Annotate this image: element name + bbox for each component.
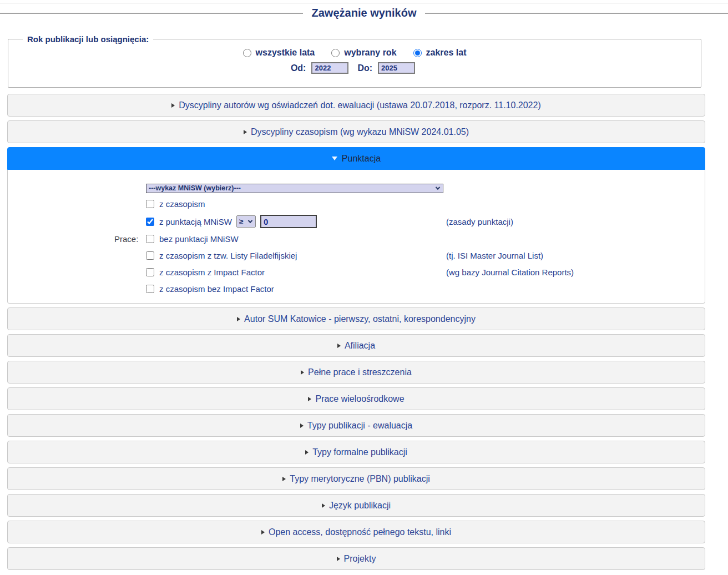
section-label: Dyscypliny autorów wg oświadczeń dot. ew… xyxy=(179,100,541,110)
chevron-right-icon xyxy=(237,317,240,321)
chevron-right-icon xyxy=(261,530,265,534)
z-impact-factor-label[interactable]: z czasopism z Impact Factor xyxy=(159,268,265,277)
section-pelne-prace[interactable]: Pełne prace i streszczenia xyxy=(7,361,705,384)
section-punktacja[interactable]: Punktacja xyxy=(7,147,705,170)
radio-year-range-label[interactable]: zakres lat xyxy=(426,48,467,58)
wykaz-mnisw-select[interactable]: ---wykaz MNiSW (wybierz)--- xyxy=(146,184,443,193)
section-label: Open access, dostępność pełnego tekstu, … xyxy=(269,527,451,537)
section-dyscypliny-czasopism[interactable]: Dyscypliny czasopism (wg wykazu MNiSW 20… xyxy=(7,120,705,143)
top-divider xyxy=(0,3,728,3)
section-dyscypliny-autorow[interactable]: Dyscypliny autorów wg oświadczeń dot. ew… xyxy=(7,94,705,117)
section-afiliacja[interactable]: Afiliacja xyxy=(7,334,705,357)
section-label: Afiliacja xyxy=(345,341,375,351)
title-rule-left xyxy=(0,13,303,14)
lista-filadelfijska-checkbox[interactable] xyxy=(146,251,154,260)
year-range-inputs: Od: Do: xyxy=(14,62,695,74)
radio-selected-year[interactable]: wybrany rok xyxy=(331,48,396,58)
bez-impact-factor-checkbox[interactable] xyxy=(146,285,154,293)
title-rule-right xyxy=(425,13,728,14)
checkbox-row-z-impact-factor: z czasopism z Impact Factor (wg bazy Jou… xyxy=(146,266,705,278)
radio-selected-year-label[interactable]: wybrany rok xyxy=(344,48,396,58)
chevron-right-icon xyxy=(300,423,304,428)
chevron-right-icon xyxy=(244,130,247,134)
points-value-input[interactable] xyxy=(260,215,317,228)
chevron-right-icon xyxy=(301,370,304,375)
lista-filadelfijska-label[interactable]: z czasopism z tzw. Listy Filadelfijskiej xyxy=(159,251,297,260)
chevron-right-icon xyxy=(322,503,325,508)
checkbox-row-lista-filadelfijska: z czasopism z tzw. Listy Filadelfijskiej… xyxy=(146,250,705,261)
chevron-down-icon xyxy=(332,157,337,160)
radio-year-range-input[interactable] xyxy=(413,49,422,57)
chevron-right-icon xyxy=(308,397,311,401)
bez-punktacji-mnisw-checkbox[interactable] xyxy=(146,235,154,243)
chevron-right-icon xyxy=(305,450,309,455)
punktacja-panel: ---wykaz MNiSW (wybierz)--- z czasopism … xyxy=(7,170,705,304)
section-projekty[interactable]: Projekty xyxy=(7,547,705,570)
year-from-input[interactable] xyxy=(311,62,348,74)
radio-all-years-label[interactable]: wszystkie lata xyxy=(256,48,315,58)
chevron-right-icon xyxy=(337,344,341,348)
checkbox-row-bez-punktacji: Prace: bez punktacji MNiSW xyxy=(146,233,705,244)
section-open-access[interactable]: Open access, dostępność pełnego tekstu, … xyxy=(7,521,705,543)
radio-all-years-input[interactable] xyxy=(243,49,251,57)
year-mode-radio-group: wszystkie lata wybrany rok zakres lat xyxy=(14,48,695,58)
to-label: Do: xyxy=(357,63,372,73)
z-punktacja-mnisw-checkbox[interactable] xyxy=(146,218,154,226)
section-typy-publikacji-ewaluacja[interactable]: Typy publikacji - ewaluacja xyxy=(7,414,705,437)
z-czasopism-label[interactable]: z czasopism xyxy=(159,199,205,209)
chevron-right-icon xyxy=(282,477,286,481)
operator-select[interactable]: ≥ xyxy=(236,215,256,228)
year-filter-fieldset: Rok publikacji lub osiągnięcia: wszystki… xyxy=(8,34,701,88)
section-label: Punktacja xyxy=(342,154,381,164)
radio-selected-year-input[interactable] xyxy=(331,49,340,57)
year-filter-legend: Rok publikacji lub osiągnięcia: xyxy=(23,34,153,44)
zasady-punktacji-link[interactable]: (zasady punktacji) xyxy=(446,217,513,226)
section-label: Dyscypliny czasopism (wg wykazu MNiSW 20… xyxy=(251,127,469,137)
section-label: Język publikacji xyxy=(329,501,391,511)
wykaz-mnisw-select-wrap: ---wykaz MNiSW (wybierz)--- xyxy=(146,183,443,193)
bez-impact-factor-label[interactable]: z czasopism bez Impact Factor xyxy=(159,284,274,294)
year-to-input[interactable] xyxy=(378,62,415,74)
checkbox-row-z-czasopism: z czasopism xyxy=(146,198,705,209)
page-title: Zawężanie wyników xyxy=(312,7,417,19)
section-autor-sum[interactable]: Autor SUM Katowice - pierwszy, ostatni, … xyxy=(7,307,705,330)
isi-master-journal-note: (tj. ISI Master Journal List) xyxy=(446,251,543,260)
section-label: Typy publikacji - ewaluacja xyxy=(307,421,412,431)
section-typy-merytoryczne[interactable]: Typy merytoryczne (PBN) publikacji xyxy=(7,467,705,490)
operator-select-wrap: ≥ xyxy=(236,215,256,228)
section-prace-wieloosrodkowe[interactable]: Prace wieloośrodkowe xyxy=(7,387,705,410)
radio-year-range[interactable]: zakres lat xyxy=(413,48,467,58)
title-band: Zawężanie wyników xyxy=(0,7,728,19)
filter-accordion: Dyscypliny autorów wg oświadczeń dot. ew… xyxy=(7,94,705,574)
section-typy-formalne[interactable]: Typy formalne publikacji xyxy=(7,441,705,463)
checkbox-row-z-punktacja: z punktacją MNiSW ≥ (zasady punktacji) xyxy=(146,215,705,228)
chevron-right-icon xyxy=(171,103,175,108)
section-label: Typy formalne publikacji xyxy=(312,447,407,457)
section-label: Autor SUM Katowice - pierwszy, ostatni, … xyxy=(244,314,476,324)
jcr-note: (wg bazy Journal Citation Reports) xyxy=(446,268,574,277)
radio-all-years[interactable]: wszystkie lata xyxy=(243,48,315,58)
z-impact-factor-checkbox[interactable] xyxy=(146,268,154,276)
z-punktacja-mnisw-label[interactable]: z punktacją MNiSW xyxy=(159,217,232,226)
bez-punktacji-mnisw-label[interactable]: bez punktacji MNiSW xyxy=(159,234,239,244)
section-label: Prace wieloośrodkowe xyxy=(315,394,404,404)
z-czasopism-checkbox[interactable] xyxy=(146,200,154,208)
section-label: Projekty xyxy=(344,554,376,564)
section-label: Typy merytoryczne (PBN) publikacji xyxy=(290,474,430,484)
from-label: Od: xyxy=(291,63,306,73)
checkbox-row-bez-impact-factor: z czasopism bez Impact Factor xyxy=(146,283,705,294)
wykaz-select-row: ---wykaz MNiSW (wybierz)--- xyxy=(146,183,705,193)
section-label: Pełne prace i streszczenia xyxy=(308,367,412,377)
chevron-right-icon xyxy=(337,557,340,561)
section-jezyk-publikacji[interactable]: Język publikacji xyxy=(7,494,705,517)
prace-group-label: Prace: xyxy=(114,234,138,244)
